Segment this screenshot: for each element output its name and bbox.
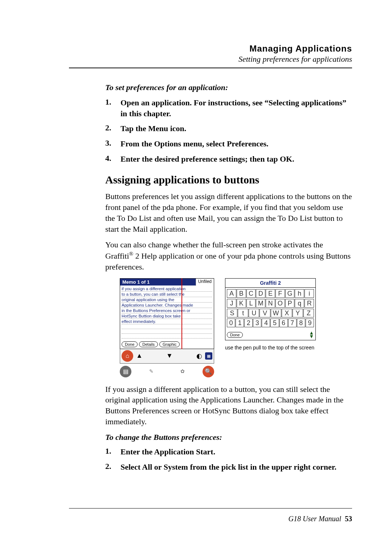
memo-body: if you assign a different application to… [120,285,214,340]
procedure-intro-1: To set preferences for an application: [105,83,352,92]
details-button[interactable]: Details [139,341,158,347]
memo-blank-line [122,329,212,334]
memo-line: if you assign a different application [122,286,212,292]
graffiti-area-icon: ✎ ✿ [149,368,185,374]
key[interactable]: q [295,299,304,308]
key[interactable]: L [246,299,256,308]
memo-title: Memo 1 of 1 [120,279,196,285]
key[interactable]: G [285,289,295,298]
done-button[interactable]: Done [227,332,243,338]
memo-blank-line [122,334,212,339]
scroll-arrows-icon[interactable]: ▲▼ [309,331,314,339]
header-title: Managing Applications [69,44,352,54]
graffiti-column: Graffiti 2 ABCDEFGhi JKLMNOPqR StUVWXYZ … [225,278,316,351]
header-subtitle: Setting preferences for applications [69,54,352,64]
memo-line: HotSync Buttion dialog box take [122,313,212,319]
key[interactable]: 9 [306,319,314,327]
annotation-line [181,278,182,349]
registered-mark: ® [129,251,134,257]
content-area: To set preferences for an application: 1… [69,83,352,473]
manual-name: G18 User Manual [288,515,341,523]
key[interactable]: S [227,309,237,317]
document-page: Managing Applications Setting preference… [0,0,392,555]
figure-row: Memo 1 of 1 Unfiled if you assign a diff… [120,278,352,377]
key[interactable]: O [275,299,285,308]
key[interactable]: U [249,309,259,317]
key[interactable]: D [256,289,265,298]
key[interactable]: E [266,289,275,298]
key-row: JKLMNOPqR [227,299,314,308]
step-text: Select All or System from the pick list … [121,462,352,473]
memo-window: Memo 1 of 1 Unfiled if you assign a diff… [120,278,214,349]
procedure-list-1: 1.Open an application. For instructions,… [105,97,352,164]
paragraph: Buttons preferences let you assign diffe… [105,191,352,234]
step-number: 3. [105,138,121,149]
step-number: 4. [105,154,121,165]
graphic-button[interactable]: Graphic [159,341,180,347]
page-header: Managing Applications Setting preference… [69,44,352,64]
home-icon[interactable]: ⌂ [122,350,133,362]
key[interactable]: W [271,309,281,317]
procedure-intro-2: To change the Buttons preferences: [105,433,352,442]
memo-line: original application using the [122,297,212,303]
key[interactable]: F [275,289,285,298]
key[interactable]: Z [303,309,314,317]
step: 2.Tap the Menu icon. [105,123,352,134]
key[interactable]: A [227,289,236,298]
key[interactable]: 7 [288,319,297,327]
memo-buttons: Done Details Graphic [120,340,214,349]
key[interactable]: Y [293,309,303,317]
key[interactable]: h [295,289,304,298]
key[interactable]: K [237,299,246,308]
step-number: 1. [105,446,121,457]
key[interactable]: R [305,299,314,308]
key[interactable]: 3 [253,319,261,327]
step: 4.Enter the desired preference settings;… [105,154,352,165]
step-text: From the Options menu, select Preference… [121,138,352,149]
memo-titlebar: Memo 1 of 1 Unfiled [120,279,214,285]
key[interactable]: 2 [244,319,253,327]
key[interactable]: V [260,309,270,317]
key[interactable]: 5 [270,319,279,327]
memo-line: effect immediately. [122,319,212,324]
paragraph: You can also change whether the full-scr… [105,239,352,272]
key[interactable]: N [266,299,275,308]
graffiti-screenshot: Graffiti 2 ABCDEFGhi JKLMNOPqR StUVWXYZ … [225,278,316,340]
key[interactable]: 4 [262,319,270,327]
key[interactable]: J [227,299,236,308]
step-text: Open an application. For instructions, s… [121,97,352,119]
key[interactable]: 0 [227,319,235,327]
step-text: Enter the Application Start. [121,446,352,457]
key[interactable]: C [246,289,256,298]
figure-caption: use the pen pull to the top of the scree… [225,345,314,351]
step: 3.From the Options menu, select Preferen… [105,138,352,149]
step-text: Enter the desired preference settings; t… [121,154,352,165]
up-arrow-icon: ▲ [136,352,143,360]
key[interactable]: 6 [279,319,288,327]
memo-line: Applications Launcher. Changes made [122,303,212,308]
memo-category: Unfiled [196,279,214,285]
step-number: 2. [105,462,121,473]
apps-icon[interactable]: ▦ [205,352,212,360]
done-button[interactable]: Done [122,341,138,347]
key[interactable]: 1 [236,319,244,327]
key[interactable]: 8 [297,319,305,327]
step-text: Tap the Menu icon. [121,123,352,134]
key[interactable]: P [285,299,295,308]
key[interactable]: X [282,309,292,317]
calendar-icon[interactable]: ▤ [120,366,131,377]
memo-screenshot: Memo 1 of 1 Unfiled if you assign a diff… [120,278,214,377]
graffiti-footer: Done ▲▼ [225,330,315,340]
key[interactable]: i [305,289,314,298]
silk-mid: ▲ ▼ ◐ [133,352,205,360]
step: 1.Enter the Application Start. [105,446,352,457]
key[interactable]: t [238,309,248,317]
graffiti-key-rows: ABCDEFGhi JKLMNOPqR StUVWXYZ 0123456789 [225,288,315,330]
key[interactable]: B [237,289,246,298]
step: 2.Select All or System from the pick lis… [105,462,352,473]
section-heading: Assigning applications to buttons [105,174,352,186]
procedure-list-2: 1.Enter the Application Start. 2.Select … [105,446,352,472]
key[interactable]: M [256,299,265,308]
memo-line: to a button, you can still select the [122,292,212,297]
find-icon[interactable]: 🔍 [203,366,214,377]
